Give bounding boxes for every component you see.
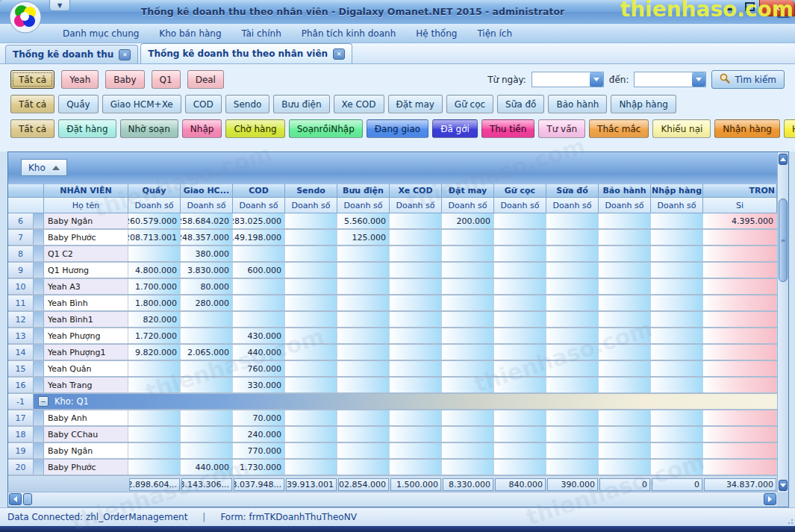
table-row[interactable]: 14Yeah Phượng19.820.0002.065.000440.000: [8, 345, 777, 361]
filter-button[interactable]: Bưu điện: [273, 95, 329, 113]
column-subheader[interactable]: Doanh số: [651, 198, 703, 213]
column-subheader[interactable]: Doanh số: [285, 198, 337, 213]
menu-item[interactable]: Hệ thống: [416, 28, 457, 39]
filter-button[interactable]: Quầy: [58, 95, 99, 113]
row-number[interactable]: 11: [8, 295, 34, 310]
date-from-select[interactable]: [531, 72, 604, 87]
column-header[interactable]: Sendo: [285, 184, 337, 198]
resize-grip[interactable]: [785, 516, 793, 524]
filter-button[interactable]: COD: [185, 95, 222, 113]
table-row[interactable]: 12Yeah Bình1820.000: [8, 312, 777, 328]
scroll-left-button[interactable]: [9, 493, 22, 505]
tab-close-icon[interactable]: ✕: [119, 49, 131, 60]
table-row[interactable]: 16Yeah Trang330.000: [8, 378, 777, 394]
menu-item[interactable]: Danh mục chung: [63, 28, 139, 39]
column-subheader[interactable]: Doanh số: [181, 198, 233, 213]
filter-button[interactable]: SoạnrồiNhập: [289, 119, 363, 138]
column-subheader[interactable]: Doanh số: [599, 198, 651, 213]
table-row[interactable]: 6Baby Ngân260.579.000258.684.020283.025.…: [8, 213, 777, 230]
row-number[interactable]: 6: [8, 213, 34, 228]
row-number[interactable]: 13: [8, 328, 34, 343]
filter-button[interactable]: Tư vấn: [538, 119, 585, 138]
filter-button[interactable]: Đã gới: [432, 119, 478, 138]
table-row[interactable]: 20Baby Phước440.0001.730.000: [8, 460, 777, 476]
filter-button[interactable]: Deal: [187, 70, 224, 89]
column-header[interactable]: Giao HC...: [181, 184, 233, 198]
row-number[interactable]: 19: [8, 443, 34, 458]
filter-button[interactable]: Xe COD: [334, 95, 384, 113]
header-corner[interactable]: [8, 184, 44, 198]
menu-item[interactable]: Tài chính: [242, 28, 281, 39]
search-button[interactable]: Tìm kiếm: [711, 70, 785, 89]
row-number[interactable]: 10: [8, 279, 34, 294]
row-number[interactable]: 12: [8, 312, 34, 327]
row-number[interactable]: 7: [8, 230, 34, 245]
filter-button[interactable]: Thu tiền: [481, 119, 534, 138]
filter-button[interactable]: Khiếu nại: [652, 119, 711, 138]
row-number[interactable]: 8: [8, 246, 34, 261]
column-header[interactable]: NHÂN VIÊN: [44, 184, 128, 198]
row-number[interactable]: 20: [8, 460, 34, 475]
menu-item[interactable]: Tiện ích: [477, 28, 512, 39]
row-number[interactable]: 9: [8, 263, 34, 278]
table-row[interactable]: 10Yeah A31.700.00080.000: [8, 279, 777, 295]
vertical-scroll-thumb[interactable]: ≡: [779, 198, 788, 282]
group-header[interactable]: −Kho: Q1: [34, 394, 777, 409]
filter-button[interactable]: Tất cả: [10, 119, 54, 138]
menu-item[interactable]: Kho bán hàng: [159, 28, 221, 39]
filter-button[interactable]: Nhận hàng: [714, 119, 780, 138]
filter-button[interactable]: Baby: [105, 70, 144, 89]
row-number[interactable]: 17: [8, 410, 34, 425]
column-header[interactable]: Bưu điện: [337, 184, 390, 198]
filter-button[interactable]: Nhờ soạn: [120, 119, 178, 138]
table-row[interactable]: 8Q1 C2380.000: [8, 246, 777, 263]
table-row[interactable]: 19Baby Ngân770.000: [8, 443, 777, 460]
quick-access-dropdown-icon[interactable]: ▼: [49, 0, 70, 11]
filter-button[interactable]: Chờ hàng: [225, 119, 284, 138]
scroll-right-button[interactable]: [764, 493, 776, 505]
column-subheader[interactable]: Doanh số: [546, 198, 599, 213]
column-subheader[interactable]: Si: [703, 198, 777, 213]
date-to-select[interactable]: [634, 72, 706, 87]
vertical-scrollbar[interactable]: ≡: [777, 152, 788, 492]
column-subheader[interactable]: Doanh số: [337, 198, 390, 213]
group-row[interactable]: -1−Kho: Q1: [8, 394, 777, 410]
table-row[interactable]: 15Yeah Quân760.000: [8, 361, 777, 378]
filter-button[interactable]: Đặt hàng: [58, 119, 116, 138]
column-header[interactable]: Đặt may: [442, 184, 494, 198]
filter-button[interactable]: Q1: [152, 70, 181, 89]
filter-button[interactable]: Thắc mắc: [589, 119, 649, 138]
filter-button[interactable]: Đặt may: [388, 95, 443, 113]
column-header[interactable]: Gữ cọc: [494, 184, 546, 198]
column-subheader[interactable]: Doanh số: [233, 198, 285, 213]
table-row[interactable]: 18Baby CChau240.000: [8, 427, 777, 443]
column-subheader[interactable]: Họ tên: [44, 198, 128, 213]
row-number[interactable]: 15: [8, 361, 34, 376]
table-row[interactable]: 9Q1 Hương4.800.0003.830.000600.000: [8, 263, 777, 279]
filter-button[interactable]: Đang giao: [367, 119, 428, 138]
column-header[interactable]: Xe COD: [390, 184, 442, 198]
filter-button[interactable]: Nhập hàng: [611, 95, 676, 113]
scroll-up-button[interactable]: [779, 154, 788, 165]
scrollbar-grip[interactable]: [23, 493, 32, 505]
tab-close-icon[interactable]: ✕: [333, 48, 345, 60]
column-subheader[interactable]: Doanh số: [128, 198, 181, 213]
tab[interactable]: Thống kê doanh thu✕: [5, 45, 138, 63]
column-header[interactable]: Sữa đồ: [546, 184, 599, 198]
table-row[interactable]: 13Yeah Phượng1.720.000430.000: [8, 328, 777, 345]
scroll-down-button[interactable]: [779, 480, 788, 491]
table-row[interactable]: 17Baby Anh70.000: [8, 410, 777, 427]
filter-button[interactable]: Hoàn tiền: [784, 119, 795, 138]
column-subheader[interactable]: Doanh số: [390, 198, 442, 213]
column-header[interactable]: Quầy: [128, 184, 181, 198]
column-header[interactable]: COD: [233, 184, 285, 198]
filter-button[interactable]: Gữ cọc: [446, 95, 493, 113]
filter-button[interactable]: Tất cả: [10, 95, 54, 113]
column-header[interactable]: TRON: [703, 184, 777, 198]
filter-button[interactable]: Tất cả: [10, 70, 54, 89]
collapse-icon[interactable]: −: [38, 396, 49, 407]
menu-item[interactable]: Phân tích kinh doanh: [302, 28, 396, 39]
tab[interactable]: Thống kê doanh thu theo nhân viên✕: [140, 43, 352, 63]
header-corner[interactable]: [8, 198, 44, 213]
column-header[interactable]: Nhập hàng: [651, 184, 703, 198]
